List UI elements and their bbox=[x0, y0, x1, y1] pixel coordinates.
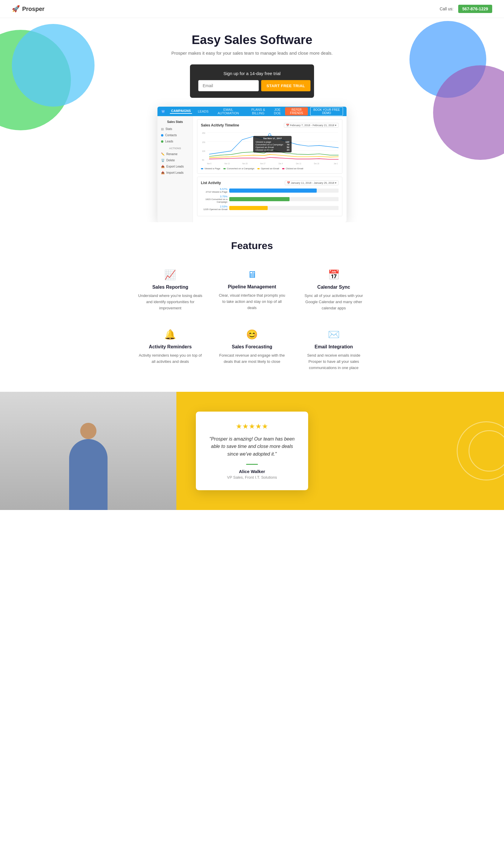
sidebar-item-rename[interactable]: ✏️ Rename bbox=[158, 151, 193, 157]
calendar-sync-desc: Sync all of your activities with your Go… bbox=[300, 293, 367, 311]
dashboard-preview: W CAMPAIGNS LEADS EMAIL AUTOMATION PLANS… bbox=[158, 107, 346, 222]
call-us-label: Call us: bbox=[439, 6, 453, 11]
sidebar-import-label: Import Leads bbox=[166, 171, 183, 174]
features-grid: 📈 Sales Reporting Understand where you'r… bbox=[134, 266, 370, 374]
hero-subheadline: Prosper makes it easy for your sales tea… bbox=[6, 51, 498, 56]
svg-text:Dec 11: Dec 11 bbox=[296, 162, 301, 165]
svg-point-17 bbox=[269, 149, 271, 151]
nav-right: PLANS & BILLING JOE DOE REFER FRIENDS BO… bbox=[247, 107, 343, 116]
list-activity-card: List Activity 📅 January 11, 2018 - Janua… bbox=[197, 177, 342, 216]
sidebar-item-export[interactable]: 📤 Export Leads bbox=[158, 163, 193, 169]
bar-track-3 bbox=[229, 206, 339, 210]
sales-reporting-icon: 📈 bbox=[137, 269, 204, 281]
sidebar-delete-label: Delete bbox=[166, 159, 175, 162]
pipeline-desc: Clear, visual interface that prompts you… bbox=[219, 292, 286, 311]
sidebar-item-leads[interactable]: Leads bbox=[158, 138, 193, 144]
rename-icon: ✏️ bbox=[161, 152, 165, 156]
bar-label-1: 5.57%2710 Viewed a Page bbox=[201, 187, 228, 193]
svg-point-16 bbox=[269, 133, 271, 136]
sales-reporting-title: Sales Reporting bbox=[137, 285, 204, 290]
chart-title: Sales Acitivty Timeline bbox=[201, 123, 239, 127]
signup-box: Sign up for a 14-day free trial START FR… bbox=[190, 65, 314, 98]
testimonial-name: Alice Walker bbox=[208, 469, 296, 474]
nav-demo-btn[interactable]: BOOK YOUR FREE DEMO bbox=[310, 107, 343, 116]
logo-icon: 🚀 bbox=[12, 5, 20, 13]
sidebar-item-delete[interactable]: 🗑️ Delete bbox=[158, 157, 193, 163]
bar-row-2: 3.75%1823 Converted on a Campaign bbox=[201, 195, 339, 203]
bar-track-2 bbox=[229, 197, 339, 201]
svg-text:150: 150 bbox=[202, 141, 205, 144]
svg-text:50: 50 bbox=[202, 159, 204, 161]
sidebar-stats-label: Stats bbox=[165, 127, 172, 131]
nav-user[interactable]: JOE DOE bbox=[272, 108, 283, 115]
sidebar-actions-label: Actions bbox=[158, 144, 193, 151]
svg-text:Nov 27: Nov 27 bbox=[260, 162, 266, 165]
nav-plans[interactable]: PLANS & BILLING bbox=[247, 108, 269, 115]
calendar-sync-title: Calendar Sync bbox=[300, 285, 367, 290]
chart-legend: Viewed a Page Converted on a Campaign Op… bbox=[201, 167, 339, 170]
feature-sales-reporting: 📈 Sales Reporting Understand where you'r… bbox=[134, 266, 207, 314]
sidebar-item-stats[interactable]: ▤ Stats bbox=[158, 126, 193, 132]
logo-text: Prosper bbox=[22, 6, 44, 13]
svg-text:Dec 18: Dec 18 bbox=[314, 162, 319, 165]
header: 🚀 Prosper Call us: 567-876-1229 bbox=[0, 0, 504, 18]
sidebar-item-contacts[interactable]: Contacts bbox=[158, 132, 193, 138]
legend-opened: Opened an Email bbox=[257, 167, 279, 170]
feature-sales-forecasting: 😊 Sales Forecasting Forecast revenue and… bbox=[216, 326, 289, 374]
sales-forecasting-title: Sales Forecasting bbox=[219, 344, 286, 349]
testimonial-card: ★★★★★ "Prosper is amazing! Our team has … bbox=[196, 412, 308, 490]
svg-text:Nov 6: Nov 6 bbox=[207, 162, 212, 165]
sidebar-item-import[interactable]: 📥 Import Leads bbox=[158, 169, 193, 176]
export-icon: 📤 bbox=[161, 165, 165, 168]
logo-area: 🚀 Prosper bbox=[12, 5, 44, 13]
hero-headline: Easy Sales Software bbox=[6, 33, 498, 47]
features-section: Features 📈 Sales Reporting Understand wh… bbox=[0, 222, 504, 392]
nav-refer-btn[interactable]: REFER FRIENDS bbox=[285, 107, 308, 115]
sidebar-title: Sales Stats bbox=[158, 119, 193, 126]
list-date-badge[interactable]: 📅 January 11, 2018 - January 25, 2018 ▾ bbox=[285, 181, 339, 185]
nav-campaigns[interactable]: CAMPAIGNS bbox=[170, 109, 192, 114]
bg-circle-blue bbox=[410, 21, 486, 98]
hero-section: Easy Sales Software Prosper makes it eas… bbox=[0, 18, 504, 222]
svg-text:Nov 13: Nov 13 bbox=[224, 162, 230, 165]
pipeline-title: Pipeline Management bbox=[219, 284, 286, 290]
bar-track-1 bbox=[229, 188, 339, 193]
legend-viewed: Viewed a Page bbox=[201, 167, 220, 170]
feature-activity-reminders: 🔔 Activity Reminders Activity reminders … bbox=[134, 326, 207, 374]
phone-badge[interactable]: 567-876-1229 bbox=[458, 5, 492, 13]
testimonial-section: ★★★★★ "Prosper is amazing! Our team has … bbox=[0, 392, 504, 510]
chart-date-badge[interactable]: 📅 February 7, 2018 - February 21, 2018 ▾ bbox=[284, 123, 339, 128]
list-activity-title: List Activity bbox=[201, 181, 221, 185]
bar-label-2: 3.75%1823 Converted on a Campaign bbox=[201, 195, 228, 203]
feature-calendar-sync: 📅 Calendar Sync Sync all of your activit… bbox=[297, 266, 370, 314]
bg-circle-purple bbox=[433, 65, 504, 160]
bar-fill-3 bbox=[229, 206, 268, 210]
activity-reminders-desc: Activity reminders keep you on top of al… bbox=[137, 353, 204, 365]
feature-pipeline-management: 🖥 Pipeline Management Clear, visual inte… bbox=[216, 266, 289, 314]
stats-icon: ▤ bbox=[161, 127, 164, 131]
sidebar-leads-label: Leads bbox=[165, 140, 173, 143]
signup-title: Sign up for a 14-day free trial bbox=[198, 71, 306, 76]
bar-row-3: 2.53%1235 Opened an Email bbox=[201, 205, 339, 211]
contacts-dot bbox=[161, 134, 163, 137]
legend-clicked: Clicked an Email bbox=[282, 167, 303, 170]
calendar-sync-icon: 📅 bbox=[300, 269, 367, 281]
sales-forecasting-icon: 😊 bbox=[219, 329, 286, 340]
svg-text:Nov 20: Nov 20 bbox=[242, 162, 248, 165]
svg-text:Jan 1: Jan 1 bbox=[334, 162, 338, 165]
list-bars: 5.57%2710 Viewed a Page 3.75%1823 Conver… bbox=[201, 187, 339, 211]
list-activity-header: List Activity 📅 January 11, 2018 - Janua… bbox=[201, 181, 339, 185]
nav-email-automation[interactable]: EMAIL AUTOMATION bbox=[215, 108, 242, 115]
bar-fill-1 bbox=[229, 188, 317, 193]
email-input[interactable] bbox=[198, 80, 259, 91]
email-integration-desc: Send and receive emails inside Prosper t… bbox=[300, 353, 367, 371]
testimonial-text: "Prosper is amazing! Our team has been a… bbox=[208, 435, 296, 458]
start-trial-button[interactable]: START FREE TRIAL bbox=[261, 80, 310, 91]
testimonial-left-bg bbox=[0, 392, 176, 510]
sales-forecasting-desc: Forecast revenue and engage with the dea… bbox=[219, 353, 286, 365]
nav-leads[interactable]: LEADS bbox=[197, 110, 210, 113]
testimonial-role: VP Sales, Front I.T. Solutions bbox=[208, 475, 296, 480]
chart-card: Sales Acitivty Timeline 📅 February 7, 20… bbox=[197, 119, 342, 174]
email-integration-title: Email Integration bbox=[300, 344, 367, 349]
signup-form: START FREE TRIAL bbox=[198, 80, 306, 91]
